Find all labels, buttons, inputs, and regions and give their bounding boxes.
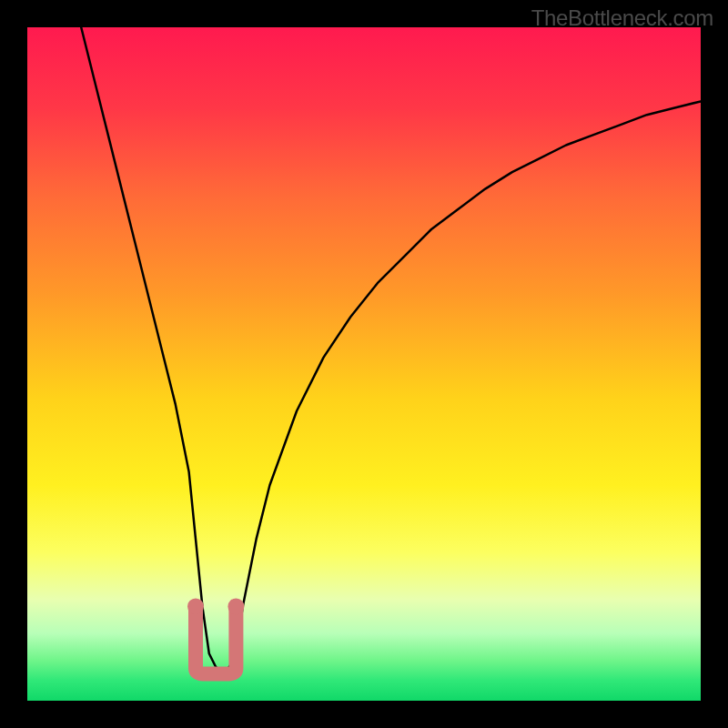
chart-frame: TheBottleneck.com <box>0 0 728 728</box>
bottleneck-curve <box>27 27 701 701</box>
valley-marker-knob-2 <box>228 598 244 614</box>
valley-marker <box>196 606 236 673</box>
watermark-text: TheBottleneck.com <box>531 5 713 31</box>
curve-path <box>81 27 701 673</box>
valley-marker-knob-1 <box>187 598 204 614</box>
plot-area <box>27 27 701 701</box>
